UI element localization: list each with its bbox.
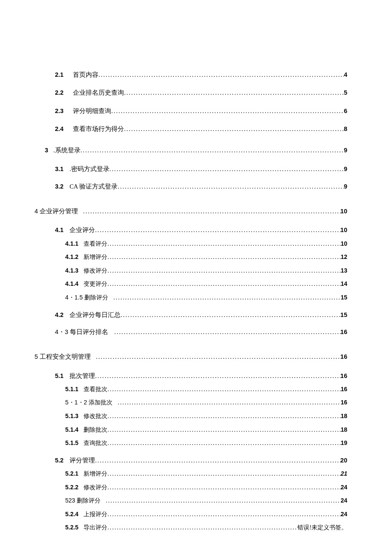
toc-page-number: 16 [340,372,347,380]
toc-page-number: 14 [340,280,347,288]
toc-label: 修改批次 [84,412,107,421]
toc-number: 4.1.4 [65,280,78,288]
toc-number: 2.4 [55,125,63,133]
toc-leader [113,293,340,302]
toc-label: 企业排名历史查询 [73,88,124,97]
toc-number: 5.2.5 [65,523,78,532]
toc-number: 4・3 每日评分排名 [55,328,108,336]
toc-entry: 5.1.5 查询批次 19 [65,439,347,447]
toc-entry: 4・3 每日评分排名 16 [55,328,347,336]
toc-page-number: 9 [344,182,347,191]
toc-page-number: 20 [340,456,347,465]
toc-leader [118,398,340,407]
toc-page-number: 4 [344,70,347,79]
toc-label: 新增评分 [84,470,107,478]
toc-leader [107,439,340,447]
toc-entry: 4.1.3 修改评分 13 [65,267,347,275]
toc-entry: 523 删除评分 24 [65,497,347,505]
toc-label: 修改评分 [84,483,107,492]
toc-number: 4.1.3 [65,267,78,275]
toc-leader [107,412,340,421]
toc-label: 导出评分 [84,523,107,532]
toc-entry: 5.2.2 修改评分 24 [65,483,347,492]
toc-page-number: 18 [340,426,347,434]
toc-page-number: 24 [340,510,347,519]
toc-label: 修改评分 [84,267,107,275]
toc-entry: 4 企业评分管理 10 [35,207,347,215]
toc-label: 查询批次 [84,439,107,447]
toc-number: 2.1 [55,70,63,79]
toc-page-number: 13 [340,267,347,275]
toc-page-number: 15 [340,311,347,319]
toc-page-number: 9 [344,165,347,173]
toc-number: 5 工程安全文明管理 [35,352,91,361]
toc-page-number: 10 [340,226,347,234]
toc-page-number: 9 [344,146,347,154]
toc-page-number: 5 [344,88,347,97]
toc-entry: 5.2 评分管理 20 [55,456,347,465]
toc-page-number: 16 [340,352,347,361]
toc-page-number: 10 [340,240,347,248]
toc-label: .密码方式登录 [69,165,110,173]
toc-label: .系统登录 [53,146,81,154]
toc-number: 5.2.1 [65,470,78,478]
toc-number: 5.2 [55,456,63,465]
toc-number: 4・1.5 删除评分 [65,293,108,302]
toc-number: 5.1.4 [65,426,78,434]
toc-page-number: 错误!未定义书签。 [297,523,347,532]
toc-number: 5.1.3 [65,412,78,421]
toc-entry: 3.2 CA 验证方式登录 9 [55,182,347,191]
toc-entry: 2.2 企业排名历史查询 5 [55,88,347,97]
toc-entry: 3.1 .密码方式登录 9 [55,165,347,173]
toc-label: 批次管理 [69,372,95,380]
toc-number: 5・1・2 添加批次 [65,398,112,407]
toc-label: 新增评分 [84,253,107,262]
toc-page-number: 10 [340,207,347,215]
toc-page: 2.1 首页内容 4 2.2 企业排名历史查询 5 2.3 评分明细查询 6 2… [0,0,392,555]
toc-label: 企业评分每日汇总 [69,311,121,319]
toc-number: 3 [45,146,48,154]
toc-number: 5.2.4 [65,510,78,519]
toc-number: 5.1.5 [65,439,78,447]
toc-number: 3.2 [55,182,63,191]
toc-number: 5.1.1 [65,385,78,394]
toc-leader [98,70,344,79]
toc-entry: 2.1 首页内容 4 [55,70,347,79]
toc-number: 2.2 [55,88,63,97]
toc-page-number: 24 [340,483,347,492]
toc-page-number: 16 [340,398,347,407]
toc-leader [107,240,340,248]
toc-entry: 5.2.1 新增评分 21 [65,470,347,478]
toc-number: 4 企业评分管理 [35,207,78,215]
toc-page-number: 15 [340,293,347,302]
toc-leader [124,125,344,133]
toc-entry: 5.1.4 删除批次 18 [65,426,347,434]
toc-leader [83,207,340,215]
toc-leader [121,311,340,319]
toc-leader [106,497,340,505]
toc-number: 2.3 [55,107,63,115]
toc-label: 评分明细查询 [73,107,111,115]
toc-page-number: 6 [344,107,347,115]
toc-page-number: 19 [340,439,347,447]
toc-page-number: 16 [340,328,347,336]
toc-leader [107,426,340,434]
toc-leader [118,182,344,191]
toc-number: 5.1 [55,372,63,380]
toc-leader [95,372,340,380]
toc-label: 首页内容 [73,70,98,79]
toc-leader [107,253,340,262]
toc-leader [110,165,344,173]
toc-leader [107,510,340,519]
toc-leader [107,267,340,275]
toc-leader [107,385,340,394]
toc-number: 3.1 [55,165,63,173]
toc-entry: 4.1.4 变更评分 14 [65,280,347,288]
toc-page-number: 24 [340,497,347,505]
toc-number: 4.2 [55,311,63,319]
toc-number: 4.1 [55,226,63,234]
toc-label: 变更评分 [84,280,107,288]
toc-number: 523 删除评分 [65,497,101,505]
toc-page-number: 8 [344,125,347,133]
toc-entry: 4.1.1 查看评分 10 [65,240,347,248]
